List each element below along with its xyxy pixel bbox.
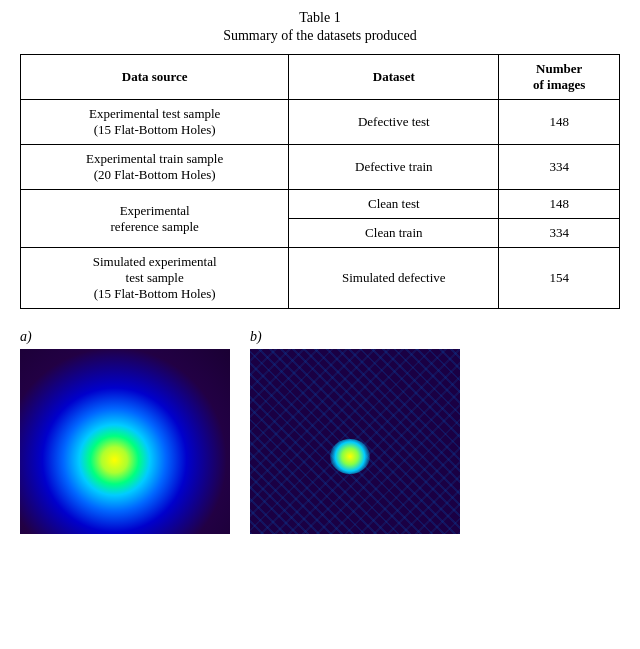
col-header-dataset: Dataset	[289, 55, 499, 100]
image-a	[20, 349, 230, 534]
cell-data-source-3: Experimentalreference sample	[21, 190, 289, 248]
cell-dataset-1: Defective test	[289, 100, 499, 145]
table-subtitle: Summary of the datasets produced	[20, 28, 620, 44]
images-section: a) b)	[20, 329, 620, 534]
summary-table: Data source Dataset Numberof images Expe…	[20, 54, 620, 309]
col-header-data-source: Data source	[21, 55, 289, 100]
cell-data-source-1: Experimental test sample(15 Flat-Bottom …	[21, 100, 289, 145]
image-item-b: b)	[250, 329, 460, 534]
table-title: Table 1	[20, 10, 620, 26]
cell-num-1: 148	[499, 100, 620, 145]
cell-num-3: 148	[499, 190, 620, 219]
cell-data-source-2: Experimental train sample(20 Flat-Bottom…	[21, 145, 289, 190]
cell-num-2: 334	[499, 145, 620, 190]
table-row: Experimental train sample(20 Flat-Bottom…	[21, 145, 620, 190]
table-row: Experimental test sample(15 Flat-Bottom …	[21, 100, 620, 145]
cell-num-5: 154	[499, 248, 620, 309]
bright-spot	[330, 439, 370, 474]
cell-dataset-3: Clean test	[289, 190, 499, 219]
table-row: Experimentalreference sample Clean test …	[21, 190, 620, 219]
image-label-b: b)	[250, 329, 460, 345]
cell-dataset-5: Simulated defective	[289, 248, 499, 309]
image-item-a: a)	[20, 329, 230, 534]
image-b	[250, 349, 460, 534]
cell-data-source-5: Simulated experimentaltest sample(15 Fla…	[21, 248, 289, 309]
cell-num-4: 334	[499, 219, 620, 248]
table-row: Simulated experimentaltest sample(15 Fla…	[21, 248, 620, 309]
cell-dataset-2: Defective train	[289, 145, 499, 190]
col-header-num-images: Numberof images	[499, 55, 620, 100]
image-label-a: a)	[20, 329, 230, 345]
cell-dataset-4: Clean train	[289, 219, 499, 248]
